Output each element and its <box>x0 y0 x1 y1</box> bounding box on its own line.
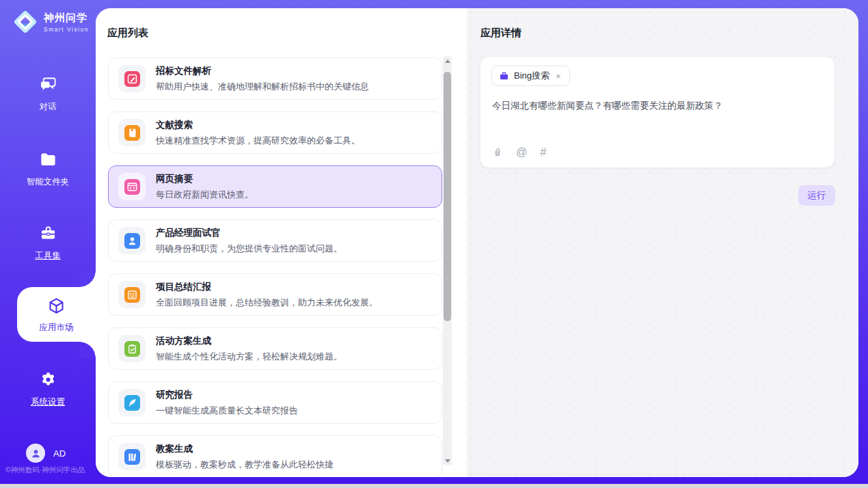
app-card-research-report[interactable]: 研究报告 一键智能生成高质量长文本研究报告 <box>108 381 442 424</box>
browser-code-icon <box>124 179 140 195</box>
scrollbar[interactable] <box>443 57 452 465</box>
sidebar-item-smart-folder[interactable]: 智能文件夹 <box>0 150 96 188</box>
chip-close-icon[interactable]: × <box>554 71 562 81</box>
avatar <box>26 444 45 463</box>
icon-tile <box>118 443 146 470</box>
bubble-corner-bottom <box>79 342 96 358</box>
sidebar-item-chat[interactable]: 对话 <box>0 75 96 113</box>
app-list-panel: 应用列表 招标文件解析 帮助用户快速、准确地理解和解析招标书中的关键信息 <box>96 8 467 477</box>
app-card-list: 招标文件解析 帮助用户快速、准确地理解和解析招标书中的关键信息 文献搜索 快速精… <box>108 57 442 477</box>
books-icon <box>124 449 140 465</box>
sidebar-item-app-market[interactable]: 应用市场 <box>17 287 96 342</box>
quill-icon <box>124 395 140 411</box>
app-desc: 帮助用户快速、准确地理解和解析招标书中的关键信息 <box>156 81 369 93</box>
at-icon[interactable]: @ <box>516 147 527 158</box>
sidebar-item-toolkit[interactable]: 工具集 <box>0 224 96 262</box>
app-desc: 明确身份和职责，为您提供专业性的面试问题。 <box>156 243 342 255</box>
sidebar-item-settings[interactable]: 系统设置 <box>0 370 96 408</box>
user-account[interactable]: AD <box>26 444 66 463</box>
app-card-event-plan[interactable]: 活动方案生成 智能生成个性化活动方案，轻松解决规划难题。 <box>108 327 442 370</box>
user-initials: AD <box>53 448 66 459</box>
scroll-up-arrow[interactable] <box>443 57 452 65</box>
app-card-literature-search[interactable]: 文献搜索 快速精准查找学术资源，提高研究效率的必备工具。 <box>108 111 442 154</box>
icon-tile <box>118 335 146 362</box>
copyright-text: ©神州数码·神州问学出品 <box>5 465 85 475</box>
main-content: 应用列表 招标文件解析 帮助用户快速、准确地理解和解析招标书中的关键信息 <box>96 8 858 477</box>
toolbox-icon <box>39 224 57 243</box>
app-detail-panel: 应用详情 Bing搜索 × 今日湖北有哪些新闻要点？有哪些需要关注的最新政策？ … <box>467 8 858 477</box>
run-button[interactable]: 运行 <box>798 185 835 206</box>
cube-icon <box>47 297 66 315</box>
icon-tile <box>118 389 146 416</box>
app-desc: 快速精准查找学术资源，提高研究效率的必备工具。 <box>156 135 360 147</box>
brand-name: 神州问学 <box>44 12 89 25</box>
app-title: 教案生成 <box>156 443 334 455</box>
book-icon <box>124 125 140 141</box>
sidebar-item-label: 应用市场 <box>17 322 96 334</box>
hash-icon[interactable]: # <box>540 147 546 158</box>
icon-tile <box>118 281 146 308</box>
app-title: 文献搜索 <box>156 119 360 131</box>
folder-icon <box>39 150 57 169</box>
scrollbar-thumb[interactable] <box>444 72 451 321</box>
app-title: 活动方案生成 <box>156 335 342 347</box>
app-detail-title: 应用详情 <box>480 27 521 40</box>
icon-tile <box>118 119 146 146</box>
app-desc: 每日政府新闻资讯快查。 <box>156 189 254 201</box>
brand-tagline: Smart Vision <box>44 26 89 33</box>
app-window: 神州问学 Smart Vision 对话 智能文件夹 工具 <box>0 0 868 486</box>
sidebar-item-label: 系统设置 <box>0 396 96 408</box>
prompt-card: Bing搜索 × 今日湖北有哪些新闻要点？有哪些需要关注的最新政策？ @ # <box>480 56 835 168</box>
app-card-project-summary[interactable]: 项目总结汇报 全面回顾项目进展，总结经验教训，助力未来优化发展。 <box>108 273 442 316</box>
tool-chip-label: Bing搜索 <box>514 70 550 82</box>
query-input[interactable]: 今日湖北有哪些新闻要点？有哪些需要关注的最新政策？ <box>492 99 820 113</box>
app-title: 项目总结汇报 <box>156 281 378 293</box>
app-title: 研究报告 <box>156 389 298 401</box>
app-desc: 智能生成个性化活动方案，轻松解决规划难题。 <box>156 351 342 363</box>
attachment-toolbar: @ # <box>492 147 546 158</box>
gear-icon <box>39 370 57 389</box>
app-list-title: 应用列表 <box>107 27 148 40</box>
sidebar-item-label: 智能文件夹 <box>0 176 96 188</box>
app-desc: 全面回顾项目进展，总结经验教训，助力未来优化发展。 <box>156 297 378 309</box>
sidebar: 神州问学 Smart Vision 对话 智能文件夹 工具 <box>0 0 96 486</box>
app-title: 网页摘要 <box>156 173 254 185</box>
clipboard-check-icon <box>124 341 140 357</box>
scroll-down-arrow[interactable] <box>443 457 452 465</box>
interviewer-icon <box>124 233 140 249</box>
sidebar-item-label: 工具集 <box>0 250 96 262</box>
bubble-corner-top <box>79 271 96 287</box>
briefcase-icon <box>499 71 509 81</box>
diamond-logo-icon <box>12 9 38 35</box>
icon-tile <box>118 173 146 200</box>
paperclip-icon[interactable] <box>492 147 503 158</box>
pen-square-icon <box>124 71 140 87</box>
icon-tile <box>118 227 146 254</box>
chat-icon <box>39 75 57 94</box>
app-card-web-summary[interactable]: 网页摘要 每日政府新闻资讯快查。 <box>108 165 442 208</box>
app-card-pm-interviewer[interactable]: 产品经理面试官 明确身份和职责，为您提供专业性的面试问题。 <box>108 219 442 262</box>
person-icon <box>30 448 42 459</box>
brand-logo: 神州问学 Smart Vision <box>12 9 89 35</box>
app-card-lesson-plan[interactable]: 教案生成 模板驱动，教案秒成，教学准备从此轻松快捷 <box>108 435 442 477</box>
sidebar-item-label: 对话 <box>0 101 96 113</box>
app-card-bid-parse[interactable]: 招标文件解析 帮助用户快速、准确地理解和解析招标书中的关键信息 <box>108 57 442 100</box>
tool-chip-bing-search[interactable]: Bing搜索 × <box>491 66 570 86</box>
note-icon <box>124 287 140 303</box>
app-desc: 一键智能生成高质量长文本研究报告 <box>156 405 298 417</box>
app-desc: 模板驱动，教案秒成，教学准备从此轻松快捷 <box>156 459 334 471</box>
app-title: 招标文件解析 <box>156 65 369 77</box>
icon-tile <box>118 65 146 92</box>
bottom-strip <box>0 484 868 486</box>
app-title: 产品经理面试官 <box>156 227 342 239</box>
